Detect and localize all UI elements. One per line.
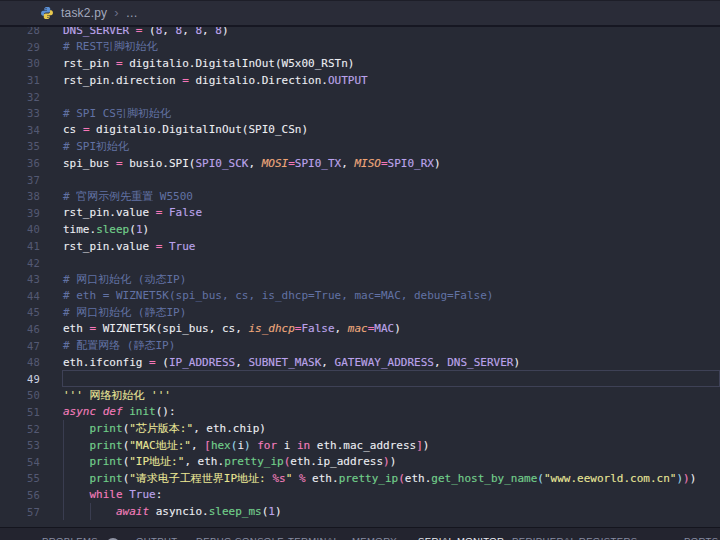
line-number: 52 bbox=[0, 423, 40, 435]
line-number: 54 bbox=[0, 456, 40, 468]
line-number: 43 bbox=[0, 273, 40, 285]
line-text: # 网口初始化 (静态IP) bbox=[63, 305, 720, 320]
code-line-57[interactable]: 57 await asyncio.sleep_ms(1) bbox=[0, 503, 720, 520]
line-number: 51 bbox=[0, 406, 40, 418]
code-line-32[interactable]: 32 bbox=[0, 88, 720, 105]
line-text: # 配置网络 (静态IP) bbox=[63, 338, 720, 353]
line-text: # SPI初始化 bbox=[63, 139, 720, 154]
indent-guide bbox=[63, 487, 64, 504]
line-number: 46 bbox=[0, 323, 40, 335]
code-line-40[interactable]: 40time.sleep(1) bbox=[0, 221, 720, 238]
breadcrumb-filename[interactable]: task2.py bbox=[61, 6, 107, 20]
line-number: 31 bbox=[0, 74, 40, 86]
line-text: # 网口初始化 (动态IP) bbox=[63, 272, 720, 287]
line-number: 53 bbox=[0, 439, 40, 451]
line-number: 33 bbox=[0, 107, 40, 119]
line-text: async def init(): bbox=[63, 405, 720, 418]
code-line-47[interactable]: 47# 配置网络 (静态IP) bbox=[0, 337, 720, 354]
python-icon bbox=[40, 6, 54, 20]
panel-tab-terminal[interactable]: TERMINAL bbox=[288, 535, 339, 540]
code-line-53[interactable]: 53 print("MAC地址:", [hex(i) for i in eth.… bbox=[0, 437, 720, 454]
code-line-30[interactable]: 30rst_pin = digitalio.DigitalInOut(W5x00… bbox=[0, 55, 720, 72]
code-line-33[interactable]: 33# SPI CS引脚初始化 bbox=[0, 105, 720, 122]
line-number: 37 bbox=[0, 174, 40, 186]
code-line-35[interactable]: 35# SPI初始化 bbox=[0, 138, 720, 155]
breadcrumb-bar: task2.py › … bbox=[0, 0, 720, 27]
code-line-29[interactable]: 29# REST引脚初始化 bbox=[0, 39, 720, 56]
panel-tab-output[interactable]: OUTPUT bbox=[136, 535, 177, 540]
line-number: 50 bbox=[0, 389, 40, 401]
line-text: await asyncio.sleep_ms(1) bbox=[63, 505, 720, 518]
code-line-37[interactable]: 37 bbox=[0, 171, 720, 188]
code-line-46[interactable]: 46eth = WIZNET5K(spi_bus, cs, is_dhcp=Fa… bbox=[0, 321, 720, 338]
line-text: eth.ifconfig = (IP_ADDRESS, SUBNET_MASK,… bbox=[63, 356, 720, 369]
line-text: rst_pin.value = True bbox=[63, 240, 720, 253]
line-text: # REST引脚初始化 bbox=[63, 39, 720, 54]
line-text: print("芯片版本:", eth.chip) bbox=[63, 421, 720, 436]
code-line-51[interactable]: 51async def init(): bbox=[0, 404, 720, 421]
code-line-41[interactable]: 41rst_pin.value = True bbox=[0, 238, 720, 255]
code-line-39[interactable]: 39rst_pin.value = False bbox=[0, 205, 720, 222]
code-line-55[interactable]: 55 print("请求电子工程世界IP地址: %s" % eth.pretty… bbox=[0, 470, 720, 487]
line-number: 30 bbox=[0, 57, 40, 69]
line-number: 36 bbox=[0, 157, 40, 169]
line-number: 38 bbox=[0, 190, 40, 202]
code-editor[interactable]: 28DNS_SERVER = (8, 8, 8, 8)29# REST引脚初始化… bbox=[0, 22, 720, 520]
current-line-highlight bbox=[62, 370, 720, 387]
code-line-31[interactable]: 31rst_pin.direction = digitalio.Directio… bbox=[0, 72, 720, 89]
line-number: 29 bbox=[0, 41, 40, 53]
code-line-54[interactable]: 54 print("IP地址:", eth.pretty_ip(eth.ip_a… bbox=[0, 453, 720, 470]
line-text: rst_pin.direction = digitalio.Direction.… bbox=[63, 74, 720, 87]
line-text: # SPI CS引脚初始化 bbox=[63, 106, 720, 121]
code-line-36[interactable]: 36spi_bus = busio.SPI(SPI0_SCK, MOSI=SPI… bbox=[0, 155, 720, 172]
indent-guide bbox=[63, 453, 64, 470]
line-text: print("MAC地址:", [hex(i) for i in eth.mac… bbox=[63, 438, 720, 453]
line-text: # eth = WIZNET5K(spi_bus, cs, is_dhcp=Tr… bbox=[63, 289, 720, 302]
code-line-44[interactable]: 44# eth = WIZNET5K(spi_bus, cs, is_dhcp=… bbox=[0, 288, 720, 305]
line-number: 44 bbox=[0, 290, 40, 302]
bottom-panel-tabbar: PROBLEMS24OUTPUTDEBUG CONSOLETERMINALMEM… bbox=[0, 527, 720, 540]
code-line-56[interactable]: 56 while True: bbox=[0, 487, 720, 504]
line-number: 48 bbox=[0, 356, 40, 368]
line-text: rst_pin = digitalio.DigitalInOut(W5x00_R… bbox=[63, 57, 720, 70]
indent-guide bbox=[63, 437, 64, 454]
line-number: 41 bbox=[0, 240, 40, 252]
code-line-45[interactable]: 45# 网口初始化 (静态IP) bbox=[0, 304, 720, 321]
code-line-34[interactable]: 34cs = digitalio.DigitalInOut(SPI0_CSn) bbox=[0, 122, 720, 139]
panel-tab-memory[interactable]: MEMORY bbox=[352, 535, 397, 540]
line-text: while True: bbox=[63, 488, 720, 501]
line-number: 45 bbox=[0, 306, 40, 318]
line-text: print("请求电子工程世界IP地址: %s" % eth.pretty_ip… bbox=[63, 471, 720, 486]
panel-tab-problems[interactable]: PROBLEMS bbox=[42, 535, 98, 540]
line-text: # 官网示例先重置 W5500 bbox=[63, 189, 720, 204]
indent-guide bbox=[63, 503, 64, 520]
line-number: 57 bbox=[0, 506, 40, 518]
indent-guide bbox=[63, 470, 64, 487]
line-number: 42 bbox=[0, 257, 40, 269]
panel-tab-serial-monitor[interactable]: SERIAL MONITOR bbox=[418, 535, 504, 540]
code-line-49[interactable]: 49 bbox=[0, 370, 720, 387]
line-number: 34 bbox=[0, 124, 40, 136]
code-line-38[interactable]: 38# 官网示例先重置 W5500 bbox=[0, 188, 720, 205]
line-text: time.sleep(1) bbox=[63, 223, 720, 236]
code-line-48[interactable]: 48eth.ifconfig = (IP_ADDRESS, SUBNET_MAS… bbox=[0, 354, 720, 371]
code-line-43[interactable]: 43# 网口初始化 (动态IP) bbox=[0, 271, 720, 288]
panel-tab-peripheral-registers[interactable]: PERIPHERAL REGISTERS bbox=[512, 535, 637, 540]
panel-tab-ports[interactable]: PORTS bbox=[684, 535, 719, 540]
code-line-52[interactable]: 52 print("芯片版本:", eth.chip) bbox=[0, 420, 720, 437]
line-text: eth = WIZNET5K(spi_bus, cs, is_dhcp=Fals… bbox=[63, 322, 720, 335]
panel-tab-debug-console[interactable]: DEBUG CONSOLE bbox=[196, 535, 284, 540]
code-line-50[interactable]: 50''' 网络初始化 ''' bbox=[0, 387, 720, 404]
line-text: spi_bus = busio.SPI(SPI0_SCK, MOSI=SPI0_… bbox=[63, 157, 720, 170]
line-text: ''' 网络初始化 ''' bbox=[63, 388, 720, 403]
line-number: 32 bbox=[0, 91, 40, 103]
code-line-42[interactable]: 42 bbox=[0, 254, 720, 271]
line-text: rst_pin.value = False bbox=[63, 206, 720, 219]
breadcrumb-symbol-more[interactable]: … bbox=[126, 6, 139, 20]
line-text: cs = digitalio.DigitalInOut(SPI0_CSn) bbox=[63, 123, 720, 136]
line-number: 55 bbox=[0, 472, 40, 484]
chevron-right-icon: › bbox=[114, 5, 118, 20]
line-number: 49 bbox=[0, 373, 40, 385]
line-number: 56 bbox=[0, 489, 40, 501]
vscode-window: { "breadcrumb": { "file": "task2.py", "s… bbox=[0, 0, 720, 540]
